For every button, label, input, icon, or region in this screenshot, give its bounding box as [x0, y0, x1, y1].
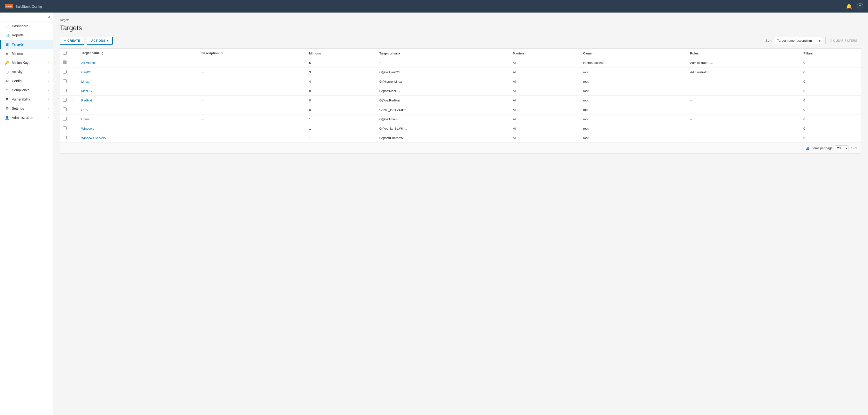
sidebar-item-compliance[interactable]: ⊙ Compliance › — [0, 86, 53, 95]
row-menu[interactable]: ⋮ — [69, 67, 79, 77]
row-masters: All — [510, 86, 580, 96]
table-row: ⋮ Ubuntu -- 1 G@os:Ubuntu All root -- 0 — [60, 115, 861, 124]
chevron-right-icon: › — [48, 89, 49, 92]
target-link[interactable]: CentOS — [81, 70, 92, 74]
description-filter-icon[interactable]: ▽ — [221, 52, 223, 55]
row-roles: -- — [687, 133, 801, 143]
target-link[interactable]: RedHat — [81, 99, 92, 102]
column-toggle-icon[interactable]: ⊞ — [806, 146, 809, 151]
dashboard-icon: ⊞ — [5, 24, 9, 28]
row-target-name: MacOS — [79, 86, 198, 96]
table-row: ⋮ Windows Servers -- 1 G@osfullname:Mi..… — [60, 133, 861, 143]
sidebar-collapse: « — [0, 12, 53, 22]
table-row: ⋮ CentOS -- 3 G@os:CentOS All root Admin… — [60, 67, 861, 77]
sidebar-item-label: Settings — [12, 106, 24, 110]
target-link[interactable]: Linux — [81, 80, 89, 84]
row-checkbox[interactable] — [63, 79, 66, 83]
row-pillars: 0 — [801, 105, 861, 115]
target-link[interactable]: All Minions — [81, 61, 96, 65]
minions-icon: ◈ — [5, 51, 9, 56]
sidebar-item-settings[interactable]: ⚙ Settings › — [0, 104, 53, 113]
row-owner: root — [580, 67, 687, 77]
row-checkbox[interactable] — [63, 70, 66, 73]
row-minions: 4 — [306, 77, 376, 86]
reports-icon: 📊 — [5, 33, 9, 37]
sidebar-item-targets[interactable]: ⊞ Targets — [0, 40, 53, 49]
sidebar-item-label: Administration — [12, 116, 33, 120]
header-owner: Owner — [580, 49, 687, 58]
row-menu[interactable]: ⋮ — [69, 96, 79, 105]
sidebar-item-vulnerability[interactable]: ⚑ Vulnerability › — [0, 95, 53, 104]
row-description: -- — [198, 77, 306, 86]
row-roles: -- — [687, 124, 801, 133]
create-button[interactable]: + CREATE — [60, 37, 84, 44]
row-target-name: All Minions — [79, 58, 198, 67]
toolbar: + CREATE ACTIONS ▾ Sort: Target name (as… — [60, 37, 861, 44]
header-checkbox — [60, 49, 69, 58]
row-minions: 1 — [306, 115, 376, 124]
row-menu[interactable]: ⋮ — [69, 77, 79, 86]
sort-desc-icon: ▼ — [101, 53, 104, 56]
actions-button[interactable]: ACTIONS ▾ — [87, 37, 113, 44]
target-link[interactable]: Windows — [81, 127, 94, 130]
row-description: -- — [198, 124, 306, 133]
page-title: Targets — [60, 24, 861, 32]
row-minions: 3 — [306, 67, 376, 77]
vulnerability-icon: ⚑ — [5, 97, 9, 101]
row-checkbox[interactable] — [63, 89, 66, 92]
sidebar-item-label: Minions — [12, 52, 23, 56]
row-menu[interactable]: ⋮ — [69, 124, 79, 133]
sidebar-item-minions[interactable]: ◈ Minions — [0, 49, 53, 58]
table-footer: ⊞ Items per page 102050100 1 - 9 — [60, 143, 861, 153]
items-per-page-select[interactable]: 102050100 — [835, 145, 848, 151]
sidebar-item-dashboard[interactable]: ⊞ Dashboard — [0, 22, 53, 31]
row-target-name: Ubuntu — [79, 115, 198, 124]
select-all-checkbox[interactable] — [63, 51, 66, 55]
row-checkbox[interactable] — [63, 126, 66, 130]
sidebar-collapse-button[interactable]: « — [48, 15, 50, 19]
sort-select[interactable]: Target name (ascending)Target name (desc… — [775, 37, 823, 44]
top-nav: vmw SaltStack Config 🔔 ? — [0, 0, 868, 12]
row-minions: 5 — [306, 58, 376, 67]
help-icon[interactable]: ? — [857, 3, 863, 9]
row-description: -- — [198, 115, 306, 124]
minion-keys-icon: 🔑 — [5, 61, 9, 65]
row-checkbox-cell — [60, 77, 69, 86]
row-menu[interactable]: ⋮ — [69, 58, 79, 67]
row-menu[interactable]: ⋮ — [69, 133, 79, 143]
sidebar-item-activity[interactable]: ◷ Activity › — [0, 67, 53, 76]
row-checkbox[interactable] — [63, 98, 66, 102]
row-checkbox-indeterminate[interactable] — [63, 61, 66, 64]
target-link[interactable]: Windows Servers — [81, 136, 105, 140]
sidebar-item-administration[interactable]: 👤 Administration › — [0, 113, 53, 122]
clear-filters-label: CLEAR FILTERS — [833, 39, 857, 42]
row-menu[interactable]: ⋮ — [69, 105, 79, 115]
app-title: SaltStack Config — [16, 4, 42, 8]
sidebar-item-config[interactable]: ⚙ Config › — [0, 76, 53, 86]
row-target-criteria: G@os:RedHat — [376, 96, 510, 105]
target-link[interactable]: SUSE — [81, 108, 90, 111]
row-checkbox[interactable] — [63, 117, 66, 121]
row-target-name: Windows Servers — [79, 133, 198, 143]
row-menu[interactable]: ⋮ — [69, 86, 79, 96]
header-minions: Minions — [306, 49, 376, 58]
sidebar-item-reports[interactable]: 📊 Reports — [0, 31, 53, 40]
row-target-name: SUSE — [79, 105, 198, 115]
table-row: ⋮ MacOS -- 0 G@os:MacOS All root -- 0 — [60, 86, 861, 96]
target-link[interactable]: MacOS — [81, 89, 92, 93]
target-link[interactable]: Ubuntu — [81, 117, 91, 121]
row-menu[interactable]: ⋮ — [69, 115, 79, 124]
sidebar-item-minion-keys[interactable]: 🔑 Minion Keys › — [0, 58, 53, 67]
notifications-icon[interactable]: 🔔 — [846, 3, 852, 9]
target-name-sort-icons[interactable]: ▲ ▼ — [101, 51, 104, 56]
row-pillars: 0 — [801, 67, 861, 77]
table-header: Target name ▲ ▼ Description ▽ Minions Ta… — [60, 49, 861, 58]
row-owner: root — [580, 115, 687, 124]
row-checkbox[interactable] — [63, 136, 66, 139]
row-checkbox[interactable] — [63, 107, 66, 111]
table-body: ⋮ All Minions -- 5 * All internal-access… — [60, 58, 861, 143]
row-minions: 0 — [306, 96, 376, 105]
row-masters: All — [510, 77, 580, 86]
filter-icon: ▽ — [830, 39, 832, 42]
create-label: CREATE — [67, 39, 80, 42]
